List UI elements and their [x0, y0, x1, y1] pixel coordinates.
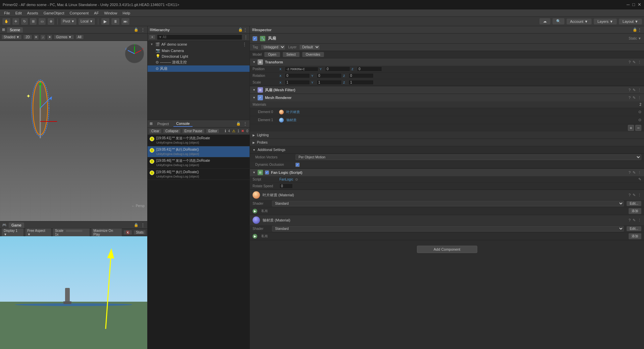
mr-help-icon[interactable]: ?: [629, 96, 631, 100]
step-button[interactable]: ⏭: [121, 18, 130, 25]
menu-window[interactable]: Window: [101, 10, 120, 16]
active-checkbox[interactable]: ✓: [253, 36, 257, 41]
move-tool[interactable]: ✛: [12, 18, 19, 25]
layout-btn[interactable]: Layout ▼: [619, 18, 642, 24]
display-btn[interactable]: Display 1 ▼: [1, 228, 24, 237]
pause-button[interactable]: ⏸: [111, 18, 120, 25]
maximize-icon[interactable]: □: [632, 2, 635, 7]
motion-vectors-select[interactable]: Per Object Motion: [296, 154, 641, 160]
mute-btn[interactable]: 🔇: [123, 230, 132, 235]
console-tab[interactable]: Console: [173, 121, 192, 127]
clear-btn[interactable]: Clear: [149, 129, 162, 134]
game-more-icon[interactable]: ⋮: [141, 222, 145, 228]
aspect-btn[interactable]: Free Aspect ▼: [25, 228, 51, 237]
pivot-btn[interactable]: Pivot ▼: [60, 18, 77, 25]
layer-select[interactable]: Default: [299, 44, 320, 50]
menu-edit[interactable]: Edit: [13, 10, 24, 16]
transform-edit-icon[interactable]: ✎: [633, 60, 636, 64]
hierarchy-item-controller[interactable]: ⊙ --------- 游戏主控: [148, 59, 250, 65]
mat1-more-icon[interactable]: ⋮: [638, 193, 641, 197]
scale-z-val[interactable]: 1: [348, 80, 374, 85]
error-pause-btn[interactable]: Error Pause: [182, 129, 205, 134]
mat1-name[interactable]: 轴材质: [286, 118, 297, 122]
scene-lock-icon[interactable]: 🔒: [134, 28, 139, 32]
mf-edit-icon[interactable]: ✎: [633, 88, 636, 92]
mat2-edit-btn[interactable]: Edit...: [627, 226, 641, 231]
menu-assets[interactable]: Assets: [24, 10, 41, 16]
mat1-edit-btn[interactable]: Edit...: [627, 201, 641, 206]
collapse-btn[interactable]: Collapse: [163, 129, 181, 134]
mat1-edit-icon[interactable]: ✎: [633, 193, 636, 197]
menu-component[interactable]: Component: [67, 10, 91, 16]
maximize-btn[interactable]: Maximize On Play: [91, 228, 122, 237]
mat2-shader-select[interactable]: Standard: [272, 226, 624, 232]
hier-scene-dots[interactable]: ⋮: [242, 42, 247, 47]
rect-tool[interactable]: ▭: [38, 18, 46, 25]
rot-x-val[interactable]: 0: [285, 73, 310, 78]
mat1-shader-select[interactable]: Standard: [272, 201, 624, 206]
dynamic-occlusion-checkbox[interactable]: ✓: [296, 163, 300, 167]
scene-canvas[interactable]: ✦: [0, 41, 147, 221]
hierarchy-item-light[interactable]: 💡 Directional Light: [148, 53, 250, 59]
rotate-speed-val[interactable]: 0: [279, 184, 293, 189]
rot-y-val[interactable]: 0: [317, 73, 342, 78]
log-entry-3[interactable]: ! [19:05:46] ** 执行,DoRoate() UnityEngine…: [148, 169, 250, 180]
transform-more-icon[interactable]: ⋮: [638, 60, 641, 64]
inspector-lock-icon[interactable]: 🔒: [633, 28, 637, 32]
log-entry-1[interactable]: ! [19:05:41] ** 执行,DoRoate() UnityEngine…: [148, 146, 250, 158]
overrides-btn[interactable]: Overrides: [302, 52, 324, 57]
additional-settings-section[interactable]: ▼ Additional Settings: [250, 146, 644, 154]
hierarchy-lock-icon[interactable]: 🔒: [238, 28, 243, 32]
transform-help-icon[interactable]: ?: [629, 60, 631, 64]
mr-more-icon[interactable]: ⋮: [638, 96, 641, 100]
cloud-btn[interactable]: ☁: [539, 18, 550, 24]
mesh-renderer-header[interactable]: ▼ ✓ Mesh Renderer ? ✎ ⋮: [250, 94, 644, 101]
mat2-edit-icon[interactable]: ✎: [633, 218, 636, 222]
select-btn[interactable]: Select: [283, 52, 300, 57]
scale-x-val[interactable]: 1: [285, 80, 310, 85]
audio-toggle[interactable]: ♪: [40, 35, 46, 40]
menu-af[interactable]: AF: [91, 10, 101, 16]
mat1-link-icon[interactable]: ⊙: [638, 118, 641, 122]
hierarchy-item-scene[interactable]: ▼ 🎬 AF demo scene ⋮: [148, 41, 250, 48]
tag-select[interactable]: Untagged: [261, 44, 285, 50]
mat-add-btn[interactable]: +: [628, 125, 634, 131]
mat2-help-icon[interactable]: ?: [629, 218, 631, 222]
mat0-link-icon[interactable]: ⊙: [638, 110, 641, 114]
add-component-btn[interactable]: Add Component: [417, 246, 477, 253]
mat0-name[interactable]: 叶片材质: [286, 110, 300, 114]
probes-section[interactable]: ▶ Probes: [250, 139, 644, 146]
minimize-icon[interactable]: ─: [627, 2, 630, 7]
mat1-add-btn[interactable]: 添加: [629, 208, 641, 214]
dim-btn[interactable]: 2D: [23, 35, 32, 40]
console-lock-icon[interactable]: 🔒: [236, 121, 241, 126]
rot-z-val[interactable]: 0: [348, 73, 374, 78]
fan-logic-header[interactable]: ▼ ⊞ ✓ Fan Logic (Script) ? ✎ ⋮: [250, 169, 644, 176]
scale-btn[interactable]: Scale 1x: [53, 228, 90, 237]
menu-gameobject[interactable]: GameObject: [41, 10, 67, 16]
fan-logic-check[interactable]: ✓: [265, 170, 269, 174]
mat-minus-btn[interactable]: −: [635, 125, 641, 131]
game-canvas[interactable]: [0, 236, 147, 349]
play-button[interactable]: ▶: [101, 18, 110, 25]
log-entry-2[interactable]: ! [19:05:46] ** 发送一个消息,DoRoate UnityEngi…: [148, 157, 250, 169]
open-btn[interactable]: Open: [264, 52, 280, 57]
transform-tool[interactable]: ⊕: [47, 18, 55, 25]
close-icon[interactable]: ✕: [638, 2, 641, 7]
static-label[interactable]: Static ▼: [629, 37, 641, 40]
light-toggle[interactable]: ☀: [34, 35, 39, 40]
hierarchy-item-fan[interactable]: ⊙ 风扇: [148, 65, 250, 72]
account-btn[interactable]: Account ▼: [567, 18, 592, 24]
game-tab[interactable]: Game: [9, 222, 24, 228]
lighting-section[interactable]: ▶ Lighting: [250, 132, 644, 139]
mf-more-icon[interactable]: ⋮: [638, 88, 641, 92]
local-btn[interactable]: Local ▼: [78, 18, 95, 25]
search-btn[interactable]: 🔍: [552, 18, 565, 24]
console-log[interactable]: ! [19:05:41] ** 发送一个消息,DoRoate UnityEngi…: [148, 135, 250, 349]
mat2-add-btn[interactable]: 添加: [629, 233, 641, 239]
log-entry-0[interactable]: ! [19:05:41] ** 发送一个消息,DoRoate UnityEngi…: [148, 135, 250, 146]
transform-header[interactable]: ▼ ⊕ Transform ? ✎ ⋮: [250, 58, 644, 66]
fl-help-icon[interactable]: ?: [629, 170, 631, 175]
scene-more-icon[interactable]: ⋮: [141, 27, 145, 33]
scene-tab[interactable]: Scene: [7, 27, 23, 33]
